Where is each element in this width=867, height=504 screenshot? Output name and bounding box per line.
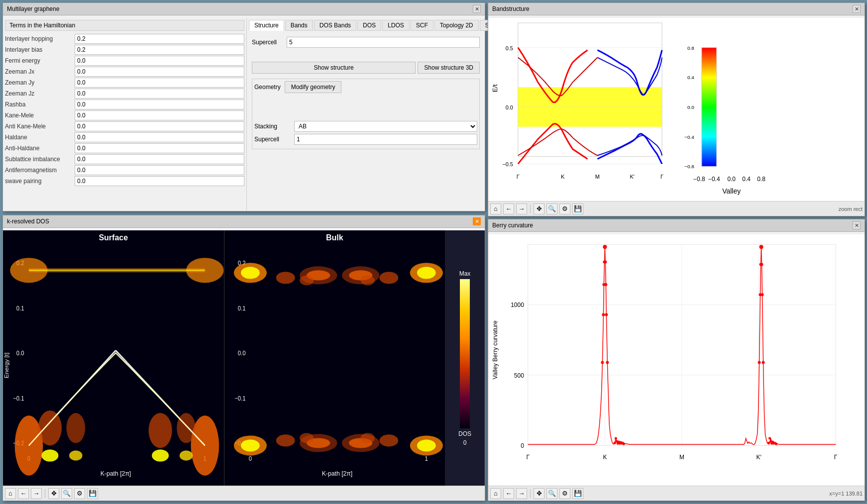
stacking-select[interactable]: AB AA ABC: [294, 121, 477, 132]
svg-point-116: [760, 263, 763, 266]
param-input-13[interactable]: [75, 176, 244, 186]
param-input-8[interactable]: [75, 121, 244, 131]
home-button-berry[interactable]: ⌂: [490, 488, 501, 499]
svg-point-136: [775, 443, 777, 445]
svg-text:Valley: Valley: [722, 187, 741, 195]
hamiltonian-panel: Terms in the Hamiltonian Interlayer hopp…: [3, 18, 247, 211]
param-input-10[interactable]: [75, 143, 244, 153]
bandstructure-close-button[interactable]: ✕: [853, 5, 861, 13]
svg-text:0.1: 0.1: [16, 304, 24, 311]
param-input-3[interactable]: [75, 67, 244, 77]
svg-point-115: [759, 245, 763, 249]
save-button[interactable]: 💾: [572, 203, 583, 214]
forward-button[interactable]: →: [516, 203, 527, 214]
tab-ldos[interactable]: LDOS: [382, 20, 410, 31]
forward-button-kdos[interactable]: →: [31, 488, 42, 499]
settings-button[interactable]: ⚙: [559, 203, 570, 214]
kdos-close-button[interactable]: ✕: [473, 217, 481, 225]
main-title: Multilayer graphene: [7, 5, 59, 12]
back-button[interactable]: ←: [503, 203, 514, 214]
structure-panel: StructureBandsDOS BandsDOSLDOSSCFTopolog…: [247, 18, 485, 211]
param-input-9[interactable]: [75, 132, 244, 142]
home-button[interactable]: ⌂: [490, 203, 501, 214]
svg-point-83: [360, 433, 374, 443]
forward-button-berry[interactable]: →: [516, 488, 527, 499]
svg-text:Γ: Γ: [517, 174, 520, 180]
param-row-8: Anti Kane-Mele: [5, 121, 244, 131]
surface-svg: 0.2 0.1 0.0 −0.1 −0.2 Energy [t] 0 1 K-p…: [3, 245, 224, 486]
kdos-window: k-resolved DOS ✕ Surface 0.2 0.1 0.0 −0.…: [2, 215, 485, 501]
settings-button-kdos[interactable]: ⚙: [74, 488, 85, 499]
svg-point-103: [601, 361, 604, 364]
pan-button-berry[interactable]: ✥: [534, 488, 544, 499]
tab-scf[interactable]: SCF: [411, 20, 434, 31]
svg-point-50: [152, 450, 169, 462]
svg-point-64: [417, 267, 435, 279]
save-button-berry[interactable]: 💾: [572, 488, 583, 499]
tab-structure[interactable]: Structure: [249, 20, 284, 31]
param-input-0[interactable]: [75, 34, 244, 44]
show-structure-button[interactable]: Show structure: [252, 62, 416, 74]
berry-close-button[interactable]: ✕: [853, 221, 861, 229]
modify-geometry-button[interactable]: Modify geometry: [285, 81, 342, 93]
settings-button-berry[interactable]: ⚙: [559, 488, 570, 499]
save-button-kdos[interactable]: 💾: [87, 488, 98, 499]
main-close-button[interactable]: ✕: [473, 5, 481, 13]
zoom-button[interactable]: 🔍: [546, 203, 557, 214]
tab-topology-2d[interactable]: Topology 2D: [434, 20, 479, 31]
zoom-button-berry[interactable]: 🔍: [546, 488, 557, 499]
home-button-kdos[interactable]: ⌂: [5, 488, 16, 499]
berry-toolbar: ⌂ ← → ✥ 🔍 ⚙ 💾 x=y=1 139.81: [488, 486, 865, 501]
param-input-7[interactable]: [75, 110, 244, 120]
param-label-7: Kane-Mele: [5, 112, 75, 119]
param-label-1: Interlayer bias: [5, 46, 75, 53]
param-label-8: Anti Kane-Mele: [5, 123, 75, 130]
svg-point-45: [177, 413, 196, 443]
berry-title: Berry curvature: [492, 222, 533, 229]
svg-point-80: [379, 272, 398, 284]
param-row-10: Anti-Haldane: [5, 143, 244, 153]
svg-text:K′: K′: [630, 174, 635, 180]
svg-text:K-path [2π]: K-path [2π]: [322, 470, 352, 477]
svg-point-46: [149, 413, 172, 448]
supercell-input[interactable]: [287, 37, 480, 48]
param-label-3: Zeeman Jx: [5, 68, 75, 75]
tab-dos-bands[interactable]: DOS Bands: [314, 20, 356, 31]
svg-text:−0.4: −0.4: [708, 176, 720, 183]
param-row-6: Rashba: [5, 100, 244, 109]
param-input-4[interactable]: [75, 78, 244, 88]
svg-text:−0.8: −0.8: [684, 164, 694, 169]
param-input-12[interactable]: [75, 165, 244, 175]
kdos-content: Surface 0.2 0.1 0.0 −0.1 −0.2 Energy [t]: [3, 230, 485, 486]
pan-button[interactable]: ✥: [534, 203, 544, 214]
svg-text:M: M: [679, 454, 684, 461]
svg-text:0.8: 0.8: [757, 176, 765, 183]
param-label-5: Zeeman Jz: [5, 90, 75, 97]
svg-point-77: [276, 272, 295, 284]
svg-point-118: [762, 361, 765, 364]
supercell2-label: Supercell: [254, 136, 294, 143]
pan-button-kdos[interactable]: ✥: [48, 488, 59, 499]
supercell-row: Supercell: [252, 37, 480, 48]
param-input-6[interactable]: [75, 100, 244, 109]
svg-text:0.8: 0.8: [687, 45, 694, 51]
tab-dos[interactable]: DOS: [357, 20, 381, 31]
back-button-berry[interactable]: ←: [503, 488, 514, 499]
param-input-1[interactable]: [75, 45, 244, 55]
zoom-button-kdos[interactable]: 🔍: [61, 488, 72, 499]
param-input-11[interactable]: [75, 154, 244, 164]
zoom-label: zoom rect: [839, 206, 863, 212]
param-input-2[interactable]: [75, 56, 244, 66]
tab-bands[interactable]: Bands: [285, 20, 313, 31]
param-input-5[interactable]: [75, 89, 244, 99]
svg-point-49: [180, 451, 193, 461]
back-button-kdos[interactable]: ←: [18, 488, 29, 499]
kdos-titlebar: k-resolved DOS ✕: [3, 215, 485, 228]
svg-text:K′: K′: [756, 454, 761, 461]
show-structure-3d-button[interactable]: Show structure 3D: [418, 62, 480, 74]
bandstructure-toolbar: ⌂ ← → ✥ 🔍 ⚙ 💾 zoom rect: [488, 201, 865, 216]
svg-text:−0.4: −0.4: [684, 134, 694, 140]
supercell2-input[interactable]: [294, 134, 477, 145]
main-titlebar: Multilayer graphene ✕: [3, 3, 485, 15]
bandstructure-window: Bandstructure ✕ E/t 0.5 0.0 −0.5 Γ K: [488, 2, 865, 216]
